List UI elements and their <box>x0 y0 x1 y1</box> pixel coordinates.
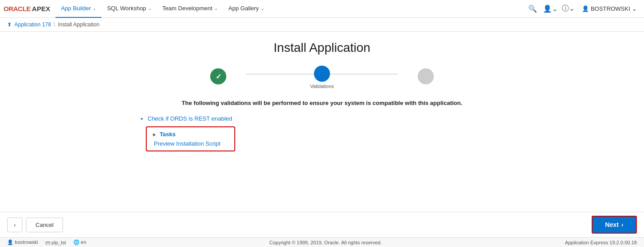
nav-app-builder[interactable]: App Builder ⌄ <box>55 0 102 18</box>
wizard-step-1: ✓ <box>210 68 226 86</box>
chevron-down-icon: ⌄ <box>632 5 637 12</box>
wizard-steps: ✓ Validations <box>210 66 434 89</box>
nav-sql-workshop[interactable]: SQL Workshop ⌄ <box>102 0 157 18</box>
status-copyright: Copyright © 1999, 2019, Oracle. All righ… <box>269 240 381 245</box>
step-3-circle <box>418 68 434 84</box>
step-2-circle <box>314 66 330 82</box>
preview-installation-script-link[interactable]: Preview Installation Script <box>152 140 220 147</box>
page-title: Install Application <box>0 41 644 55</box>
breadcrumb-current: Install Application <box>58 21 99 28</box>
apex-text: APEX <box>32 5 50 13</box>
breadcrumb-parent[interactable]: Application 178 <box>14 21 51 28</box>
tasks-label: Tasks <box>160 131 176 138</box>
top-navigation: ORACLE APEX App Builder ⌄ SQL Workshop ⌄… <box>0 0 644 18</box>
bottom-bar: ‹ Cancel Next › <box>0 212 644 237</box>
status-user-icon: 👤 bostrowski <box>7 239 38 245</box>
validation-description: The following validations will be perfor… <box>139 100 505 106</box>
next-icon: › <box>621 221 623 228</box>
wizard-step-3 <box>418 68 434 86</box>
back-button[interactable]: ‹ <box>7 218 22 232</box>
help-icon[interactable]: ⓘ⌄ <box>560 1 576 17</box>
step-1-circle: ✓ <box>210 68 226 84</box>
wizard-step-2: Validations <box>310 66 334 89</box>
chevron-right-icon: ► <box>152 132 157 137</box>
next-button-label: Next <box>605 221 619 228</box>
status-bar: 👤 bostrowski 🗃 plp_tst 🌐 en Copyright © … <box>0 237 644 247</box>
breadcrumb-separator: \ <box>54 21 55 28</box>
status-schema: 🗃 plp_tst <box>45 240 66 245</box>
user-menu-icon[interactable]: 👤⌄ <box>542 1 559 17</box>
chevron-down-icon: ⌄ <box>261 6 264 11</box>
status-lang: 🌐 en <box>73 239 86 245</box>
content-area: The following validations will be perfor… <box>121 100 523 151</box>
user-account-button[interactable]: 👤 BOSTROWSKI ⌄ <box>578 4 640 14</box>
tasks-header[interactable]: ► Tasks <box>152 131 229 138</box>
breadcrumb: ⬆ Application 178 \ Install Application <box>0 18 644 32</box>
status-version: Application Express 19.2.0.00.18 <box>565 240 637 245</box>
step-2-label: Validations <box>310 84 334 89</box>
user-avatar-icon: 👤 <box>582 5 589 12</box>
nav-items: App Builder ⌄ SQL Workshop ⌄ Team Develo… <box>55 0 525 18</box>
next-button[interactable]: Next › <box>592 216 637 234</box>
bottom-left-buttons: ‹ Cancel <box>7 218 63 232</box>
validation-list: Check if ORDS is REST enabled <box>139 115 505 122</box>
up-icon: ⬆ <box>7 21 12 28</box>
oracle-apex-logo: ORACLE APEX <box>4 5 50 13</box>
status-left: 👤 bostrowski 🗃 plp_tst 🌐 en <box>7 239 86 245</box>
oracle-text: ORACLE <box>4 5 30 13</box>
chevron-down-icon: ⌄ <box>148 6 152 11</box>
nav-right-icons: 🔍 👤⌄ ⓘ⌄ 👤 BOSTROWSKI ⌄ <box>525 1 640 17</box>
username-label: BOSTROWSKI <box>591 5 630 12</box>
tasks-box: ► Tasks Preview Installation Script <box>146 126 235 151</box>
nav-team-development[interactable]: Team Development ⌄ <box>157 0 223 18</box>
main-content: Install Application ✓ Validations The fo… <box>0 32 644 212</box>
search-icon[interactable]: 🔍 <box>525 1 541 17</box>
cancel-button[interactable]: Cancel <box>26 218 63 232</box>
validation-item-ords: Check if ORDS is REST enabled <box>148 115 505 122</box>
chevron-down-icon: ⌄ <box>93 6 96 11</box>
nav-app-gallery[interactable]: App Gallery ⌄ <box>223 0 270 18</box>
chevron-down-icon: ⌄ <box>214 6 218 11</box>
